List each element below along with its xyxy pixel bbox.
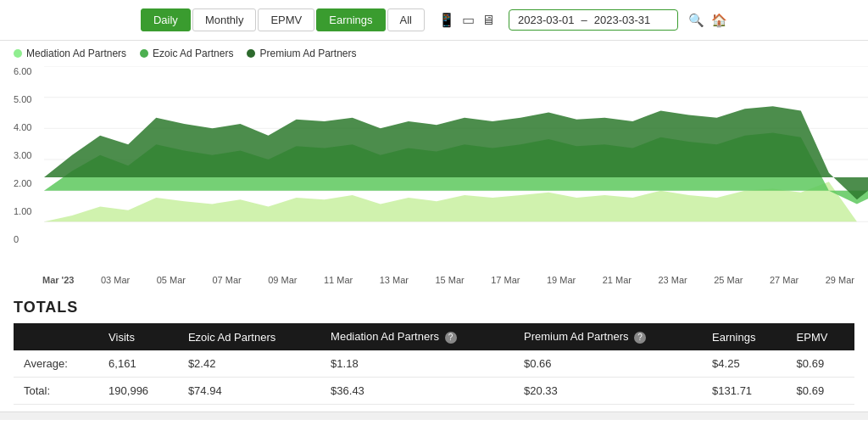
row-average-premium: $0.66 [514, 350, 702, 378]
row-average-visits: 6,161 [98, 350, 178, 378]
daily-button[interactable]: Daily [141, 8, 191, 31]
date-end: 2023-03-31 [594, 14, 651, 26]
x-label-25mar: 25 Mar [714, 275, 743, 285]
legend-label-ezoic: Ezoic Ad Partners [153, 48, 233, 59]
row-total-epmv: $0.69 [787, 378, 854, 405]
x-label-19mar: 19 Mar [547, 275, 576, 285]
row-average-mediation: $1.18 [320, 350, 514, 378]
row-total-earnings: $131.71 [702, 378, 786, 405]
tablet-icon[interactable]: ▭ [462, 12, 475, 28]
col-header-label [14, 323, 98, 350]
col-header-earnings: Earnings [702, 323, 786, 350]
x-label-13mar: 13 Mar [380, 275, 409, 285]
legend-item-premium: Premium Ad Partners [247, 48, 356, 59]
x-label-21mar: 21 Mar [603, 275, 632, 285]
legend-item-ezoic: Ezoic Ad Partners [140, 48, 233, 59]
row-average-epmv: $0.69 [787, 350, 854, 378]
table-row: Average: 6,161 $2.42 $1.18 $0.66 $4.25 $… [14, 350, 854, 378]
legend-dot-premium [247, 49, 255, 58]
chart-action-icons: 🔍 🏠 [688, 13, 727, 28]
legend-dot-mediation [14, 49, 22, 58]
row-total-mediation: $36.43 [320, 378, 514, 405]
x-label-27mar: 27 Mar [770, 275, 798, 285]
date-range-picker[interactable]: 2023-03-01 – 2023-03-31 [509, 9, 678, 31]
x-label-07mar: 07 Mar [212, 275, 241, 285]
col-header-ezoic: Ezoic Ad Partners [178, 323, 320, 350]
x-label-mar23: Mar '23 [42, 275, 74, 285]
row-total-ezoic: $74.94 [178, 378, 320, 405]
table-header-row: Visits Ezoic Ad Partners Mediation Ad Pa… [14, 323, 854, 350]
y-label-3: 3.00 [14, 150, 31, 160]
col-header-premium: Premium Ad Partners ? [514, 323, 702, 350]
col-header-epmv: EPMV [787, 323, 854, 350]
time-period-buttons: Daily Monthly EPMV Earnings All [141, 8, 425, 31]
x-label-03mar: 03 Mar [101, 275, 130, 285]
device-icons: 📱 ▭ 🖥 [438, 12, 495, 28]
mobile-icon[interactable]: 📱 [438, 12, 455, 28]
epmv-button[interactable]: EPMV [258, 8, 314, 31]
legend-label-mediation: Mediation Ad Partners [26, 48, 126, 59]
legend-label-premium: Premium Ad Partners [259, 48, 356, 59]
legend-item-mediation: Mediation Ad Partners [14, 48, 126, 59]
y-label-2: 2.00 [14, 178, 31, 188]
mediation-help-icon[interactable]: ? [445, 332, 457, 344]
chart-area: 0 1.00 2.00 3.00 4.00 5.00 6.00 [0, 66, 868, 270]
desktop-icon[interactable]: 🖥 [481, 13, 495, 28]
home-icon[interactable]: 🏠 [711, 13, 727, 28]
search-icon[interactable]: 🔍 [688, 13, 704, 28]
y-label-5: 5.00 [14, 94, 31, 104]
x-label-17mar: 17 Mar [491, 275, 520, 285]
legend-dot-ezoic [140, 49, 148, 58]
row-total-label: Total: [14, 378, 98, 405]
row-average-earnings: $4.25 [702, 350, 786, 378]
totals-title: TOTALS [14, 299, 854, 316]
y-label-4: 4.00 [14, 122, 31, 132]
chart-container [44, 66, 868, 253]
x-label-05mar: 05 Mar [157, 275, 186, 285]
scroll-bar[interactable] [0, 411, 868, 420]
row-total-visits: 190,996 [98, 378, 178, 405]
x-label-15mar: 15 Mar [435, 275, 464, 285]
row-average-label: Average: [14, 350, 98, 378]
table-row: Total: 190,996 $74.94 $36.43 $20.33 $131… [14, 378, 854, 405]
row-average-ezoic: $2.42 [178, 350, 320, 378]
date-separator: – [581, 14, 587, 26]
y-label-0: 0 [14, 234, 31, 244]
chart-svg [44, 66, 868, 253]
x-axis-labels: Mar '23 03 Mar 05 Mar 07 Mar 09 Mar 11 M… [0, 273, 868, 288]
y-label-1: 1.00 [14, 206, 31, 216]
chart-legend: Mediation Ad Partners Ezoic Ad Partners … [0, 41, 868, 66]
y-axis: 0 1.00 2.00 3.00 4.00 5.00 6.00 [14, 66, 31, 244]
totals-section: TOTALS Visits Ezoic Ad Partners Mediatio… [0, 288, 868, 405]
earnings-button[interactable]: Earnings [316, 8, 385, 31]
row-total-premium: $20.33 [514, 378, 702, 405]
premium-help-icon[interactable]: ? [634, 332, 646, 344]
x-label-29mar: 29 Mar [826, 275, 854, 285]
col-header-visits: Visits [98, 323, 178, 350]
page-wrapper: Daily Monthly EPMV Earnings All 📱 ▭ 🖥 20… [0, 0, 868, 431]
totals-table: Visits Ezoic Ad Partners Mediation Ad Pa… [14, 323, 854, 405]
monthly-button[interactable]: Monthly [192, 8, 257, 31]
x-label-09mar: 09 Mar [268, 275, 297, 285]
date-start: 2023-03-01 [518, 14, 575, 26]
top-bar: Daily Monthly EPMV Earnings All 📱 ▭ 🖥 20… [0, 0, 868, 41]
x-label-23mar: 23 Mar [658, 275, 687, 285]
all-button[interactable]: All [387, 8, 425, 31]
x-label-11mar: 11 Mar [324, 275, 353, 285]
y-label-6: 6.00 [14, 66, 31, 76]
col-header-mediation: Mediation Ad Partners ? [320, 323, 514, 350]
